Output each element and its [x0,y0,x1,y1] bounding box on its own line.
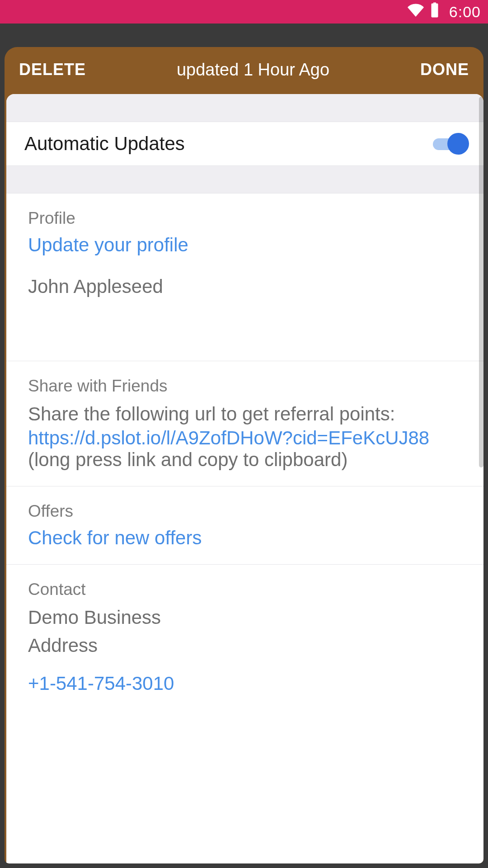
profile-section: Profile Update your profile John Applese… [6,193,483,361]
status-time: 6:00 [449,3,481,21]
app-bar-backdrop [0,24,488,47]
wifi-icon [408,2,424,22]
automatic-updates-label: Automatic Updates [24,133,185,155]
share-hint: (long press link and copy to clipboard) [28,449,462,471]
done-button[interactable]: DONE [420,60,469,79]
delete-button[interactable]: DELETE [19,60,86,79]
profile-header: Profile [28,209,462,228]
share-lead: Share the following url to get referral … [28,402,462,426]
toolbar: DELETE updated 1 Hour Ago DONE [5,47,483,92]
share-section: Share with Friends Share the following u… [6,361,483,486]
share-url-link[interactable]: https://d.pslot.io/l/A9ZofDHoW?cid=EFeKc… [28,427,462,449]
toggle-thumb [447,133,469,155]
share-header: Share with Friends [28,377,462,396]
contact-section: Contact Demo Business Address +1-541-754… [6,565,483,710]
section-gap [6,165,483,193]
battery-icon [427,2,443,22]
status-bar: 6:00 [0,0,488,24]
offers-header: Offers [28,502,462,521]
contact-business: Demo Business [28,605,462,630]
toolbar-title: updated 1 Hour Ago [177,60,329,80]
offers-link[interactable]: Check for new offers [28,527,462,549]
contact-phone-link[interactable]: +1-541-754-3010 [28,673,462,694]
content-scroll[interactable]: Automatic Updates Profile Update your pr… [6,94,483,863]
contact-address: Address [28,633,462,658]
automatic-updates-row[interactable]: Automatic Updates [6,122,483,165]
section-gap [6,94,483,122]
scrollbar[interactable] [479,97,483,467]
settings-sheet: DELETE updated 1 Hour Ago DONE Automatic… [5,47,483,863]
profile-name: John Appleseed [28,276,462,297]
update-profile-link[interactable]: Update your profile [28,234,462,256]
offers-section: Offers Check for new offers [6,486,483,564]
contact-header: Contact [28,580,462,599]
automatic-updates-toggle[interactable] [433,133,469,155]
